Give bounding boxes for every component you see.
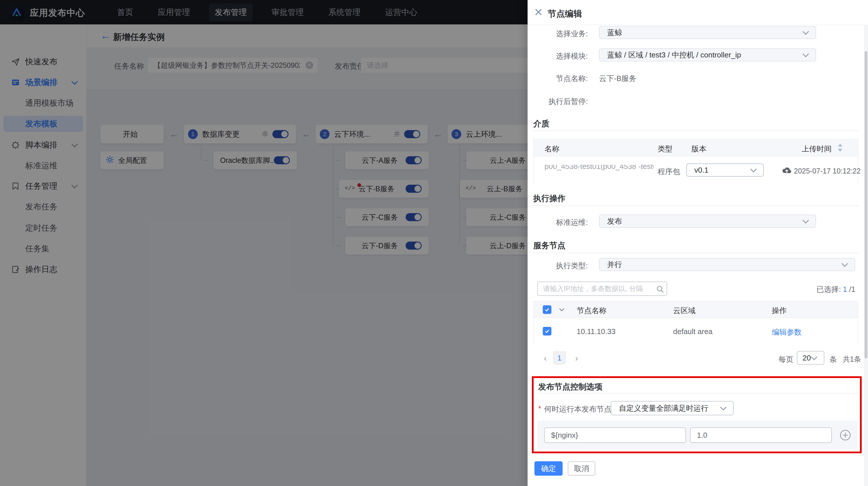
row-area: default area: [673, 327, 712, 336]
cancel-button[interactable]: 取消: [568, 461, 595, 476]
sort-desc-icon[interactable]: [838, 149, 842, 152]
col-type: 类型: [658, 144, 673, 154]
pause-label: 执行后暂停:: [528, 96, 588, 107]
media-table-header: 名称 类型 版本 上传时间: [534, 140, 858, 156]
per-page-select[interactable]: 20: [797, 351, 825, 365]
row-ip: 10.11.10.33: [577, 327, 615, 336]
exec-type-label: 执行类型:: [528, 261, 588, 271]
business-select[interactable]: 蓝鲸: [599, 26, 816, 39]
version-value: v0.1: [694, 166, 708, 175]
module-select[interactable]: 蓝鲸 / 区域 / test3 / 中控机 / controller_ip: [599, 48, 816, 61]
row-checkbox[interactable]: [543, 327, 551, 336]
module-value: 蓝鲸 / 区域 / test3 / 中控机 / controller_ip: [607, 50, 741, 60]
module-label: 选择模块:: [528, 51, 588, 61]
col-time: 上传时间: [802, 144, 832, 154]
select-all-checkbox[interactable]: [543, 305, 551, 314]
selected-count: 1: [843, 285, 847, 293]
business-label: 选择业务:: [528, 29, 588, 39]
selected-count-text: 已选择: 1 /1: [816, 284, 856, 294]
divider: [528, 25, 868, 25]
divider: [533, 206, 858, 206]
edit-params-link[interactable]: 编辑参数: [772, 327, 802, 337]
node-table: 节点名称 云区域 操作 10.11.10.33 default area 编辑参…: [533, 301, 858, 345]
ip-search-input[interactable]: 请输入IP地址，多条数据以, 分隔: [537, 282, 667, 296]
per-page-label: 每页: [778, 354, 794, 365]
operation-section-title: 执行操作: [533, 193, 565, 204]
col-version: 版本: [691, 144, 706, 154]
ops-value: 发布: [607, 216, 622, 226]
selected-label: 已选择:: [816, 285, 841, 293]
business-value: 蓝鲸: [607, 28, 622, 38]
ops-label: 标准运维:: [528, 218, 588, 228]
per-page-value: 20: [803, 353, 811, 363]
media-table: 名称 类型 版本 上传时间 p00_4538-test01(p00_4538 -…: [533, 139, 858, 185]
selected-total: /1: [847, 285, 856, 293]
per-page-unit: 条: [830, 354, 837, 365]
nodes-section-title: 服务节点: [533, 240, 565, 251]
highlight-annotation-box: [532, 376, 862, 453]
exec-type-select[interactable]: 并行: [599, 258, 855, 271]
page-next-icon[interactable]: ›: [575, 353, 578, 363]
media-upload-time: 2025-07-17 10:12:22: [794, 167, 861, 175]
node-table-header: 节点名称 云区域 操作: [534, 301, 858, 318]
version-select[interactable]: v0.1: [686, 164, 764, 177]
col-action: 操作: [772, 306, 787, 316]
page-number[interactable]: 1: [553, 351, 566, 365]
chevron-down-icon[interactable]: [559, 307, 564, 311]
page-prev-icon[interactable]: ‹: [544, 353, 547, 363]
ip-search-placeholder: 请输入IP地址，多条数据以, 分隔: [543, 284, 643, 293]
node-name-value: 云下-B服务: [599, 74, 637, 84]
col-name: 名称: [545, 144, 559, 154]
col-node-name: 节点名称: [577, 306, 607, 316]
upload-cloud-icon[interactable]: [782, 166, 792, 177]
media-table-row: p00_4538-test01(p00_4538 -test01) 程序包 v0…: [534, 156, 858, 185]
search-icon[interactable]: [656, 285, 664, 295]
node-edit-drawer: ✕ 节点编辑 选择业务: 蓝鲸 选择模块: 蓝鲸 / 区域 / test3 / …: [528, 0, 868, 486]
exec-type-value: 并行: [607, 260, 622, 270]
media-type: 程序包: [658, 167, 680, 177]
divider: [533, 253, 858, 253]
confirm-button[interactable]: 确定: [534, 461, 563, 476]
scrollbar-thumb[interactable]: [865, 51, 867, 359]
ops-select[interactable]: 发布: [599, 215, 816, 228]
node-name-label: 节点名称:: [528, 74, 588, 84]
media-name: p00_4538-test01(p00_4538 -test01): [545, 165, 654, 172]
total-count: 共1条: [843, 354, 861, 364]
drawer-title: 节点编辑: [548, 8, 582, 20]
node-table-row: 10.11.10.33 default area 编辑参数: [534, 318, 858, 345]
media-section-title: 介质: [533, 118, 549, 129]
close-icon[interactable]: ✕: [534, 7, 543, 18]
col-cloud-area: 云区域: [673, 306, 695, 316]
drawer-mask-overlay[interactable]: [0, 0, 528, 486]
sort-asc-icon[interactable]: [838, 144, 842, 146]
